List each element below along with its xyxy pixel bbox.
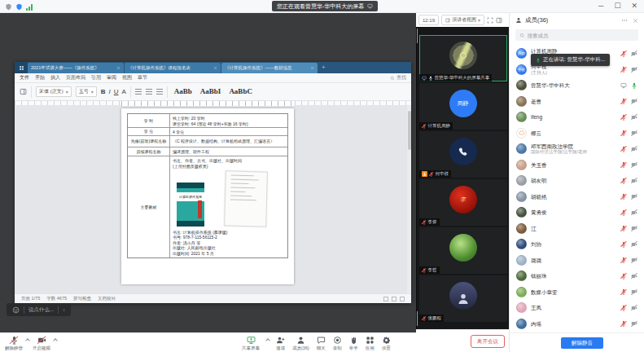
view-mode-icons[interactable] — [383, 297, 405, 301]
camera-off-icon[interactable] — [631, 178, 637, 184]
scrollbar-thumb[interactable] — [408, 111, 411, 150]
member-search[interactable] — [515, 29, 638, 41]
camera-off-icon[interactable] — [631, 130, 637, 136]
pop-out-icon[interactable] — [496, 17, 502, 24]
expand-caret-icon[interactable] — [25, 338, 30, 343]
camera-off-icon[interactable] — [631, 161, 637, 168]
mic-off-icon[interactable] — [620, 225, 627, 231]
new-tab-button[interactable]: + — [318, 62, 329, 73]
member-row[interactable]: 老曹 — [510, 94, 644, 110]
toolbar-cam-off-button[interactable]: 开启视频 — [32, 334, 51, 351]
video-tile[interactable]: 何中枝 — [419, 131, 507, 178]
scroll-down-chevron-icon[interactable] — [417, 312, 509, 327]
font-style-buttons[interactable]: BIUA — [101, 88, 126, 95]
camera-off-icon[interactable] — [631, 320, 637, 327]
camera-off-icon[interactable] — [631, 241, 637, 248]
video-tile[interactable]: 李哲 — [419, 227, 507, 274]
word-menu-item[interactable]: 文件 — [20, 74, 29, 81]
mic-off-icon[interactable] — [620, 146, 627, 152]
camera-off-icon[interactable] — [631, 146, 637, 152]
member-row[interactable]: 刘协 — [510, 236, 644, 253]
mic-off-icon[interactable] — [620, 193, 627, 200]
camera-off-icon[interactable] — [631, 66, 637, 73]
word-home-tab[interactable] — [15, 62, 28, 73]
video-tile[interactable]: 曾慧华-华中科大的屏幕共享 — [419, 35, 507, 81]
tab-close-icon[interactable] — [310, 66, 314, 70]
mic-off-icon[interactable] — [620, 114, 627, 121]
font-name-select[interactable]: 宋体 (正文)▾ — [36, 86, 72, 97]
mic-off-icon[interactable] — [620, 209, 627, 216]
member-row[interactable]: 胡友明 — [510, 173, 644, 189]
align-left-icon[interactable] — [135, 89, 142, 95]
camera-off-icon[interactable] — [631, 305, 637, 311]
unmute-button[interactable]: 解除静音 — [561, 337, 603, 349]
document-scrollbar[interactable] — [407, 106, 411, 293]
mic-off-icon[interactable] — [620, 161, 627, 168]
member-row[interactable]: 胡晓艳 — [510, 189, 644, 205]
smiley-icon[interactable] — [12, 306, 20, 314]
chat-quick-input[interactable]: 说点什么... ‹ — [7, 303, 71, 316]
camera-off-icon[interactable] — [631, 273, 637, 279]
word-menu-item[interactable]: 章节 — [138, 74, 147, 81]
chat-placeholder[interactable]: 说点什么... — [28, 306, 54, 314]
word-menu-item[interactable]: 开始 — [35, 74, 45, 81]
toolbar-gear-button[interactable]: 设置 — [381, 334, 392, 351]
toolbar-record-button[interactable]: 录制 — [332, 334, 343, 351]
style-chip[interactable]: AaBb — [172, 87, 195, 96]
camera-off-icon[interactable] — [631, 209, 637, 216]
mic-off-icon[interactable] — [620, 288, 627, 295]
camera-off-icon[interactable] — [631, 98, 637, 104]
word-menu-item[interactable]: 页面布局 — [66, 74, 85, 81]
member-row[interactable]: 钱丽珠 — [510, 268, 644, 284]
align-right-icon[interactable] — [156, 89, 163, 95]
toolbar-screen-share-button[interactable]: 共享屏幕 — [241, 334, 261, 351]
mic-off-icon[interactable] — [620, 98, 627, 104]
video-tile[interactable]: 李李俊 — [419, 179, 507, 226]
word-tab[interactable]: 《计算机操作系统》课程报名表 — [125, 63, 221, 73]
collapse-chevron-icon[interactable]: ‹ — [63, 307, 64, 313]
camera-off-icon[interactable] — [631, 225, 637, 231]
word-tab[interactable]: 2021年试讲大赛——《操作系统》 — [28, 63, 124, 73]
align-center-icon[interactable] — [146, 89, 152, 95]
word-menu-item[interactable]: 视图 — [122, 74, 132, 81]
word-menu-item[interactable]: 引用 — [91, 74, 101, 81]
camera-off-icon[interactable] — [631, 288, 637, 295]
member-row[interactable]: 内瑶 — [510, 316, 644, 332]
mic-off-icon[interactable] — [620, 66, 627, 73]
word-menu-item[interactable]: 审阅 — [107, 74, 116, 81]
paste-icon[interactable] — [20, 88, 27, 95]
member-row[interactable]: 曾慧华-华中科大 — [510, 77, 644, 94]
member-row[interactable]: ifeng — [510, 109, 644, 125]
spellcheck-label[interactable]: 拼写检查 — [73, 296, 91, 301]
member-row[interactable]: 王凤 — [510, 300, 644, 316]
member-row[interactable]: 江 — [510, 221, 644, 237]
video-tile[interactable]: 周静计算机周静 — [419, 83, 507, 130]
member-row[interactable]: 邓军西南政法学院国际经济法学院/法学院/老师 — [510, 141, 644, 157]
find-button[interactable]: 查找 — [390, 74, 406, 81]
tab-close-icon[interactable] — [213, 66, 217, 70]
close-button[interactable]: ✕ — [631, 2, 637, 11]
toolbar-members-button[interactable]: 成员(36) — [291, 334, 310, 351]
mic-off-icon[interactable] — [620, 241, 627, 248]
toolbar-hand-button[interactable]: 举手 — [348, 334, 359, 351]
toolbar-mic-off-button[interactable]: 解除静音 — [4, 334, 24, 351]
fullscreen-icon[interactable] — [487, 17, 493, 24]
word-tab[interactable]: 《计算机操作系统》——教材信息 — [221, 63, 318, 73]
mic-on-icon[interactable] — [631, 82, 637, 89]
expand-caret-icon[interactable] — [53, 338, 58, 343]
mic-off-icon[interactable] — [620, 273, 627, 279]
mic-off-icon[interactable] — [620, 178, 627, 184]
tab-close-icon[interactable] — [116, 66, 120, 70]
more-options-icon[interactable] — [621, 17, 628, 24]
mic-off-icon[interactable] — [620, 130, 627, 136]
style-chip[interactable]: AaBbC — [226, 87, 255, 96]
proofing-label[interactable]: 文档校对 — [98, 296, 116, 301]
camera-off-icon[interactable] — [631, 193, 637, 200]
mic-off-icon[interactable] — [620, 51, 627, 57]
maximize-button[interactable]: ☐ — [614, 2, 620, 11]
toolbar-invite-button[interactable]: 邀请 — [275, 334, 286, 351]
view-mode-select[interactable]: 演讲者视图▾ — [441, 15, 484, 25]
mic-off-icon[interactable] — [620, 320, 627, 327]
close-panel-icon[interactable] — [633, 18, 638, 24]
toolbar-chat-button[interactable]: 聊天 — [316, 334, 326, 351]
